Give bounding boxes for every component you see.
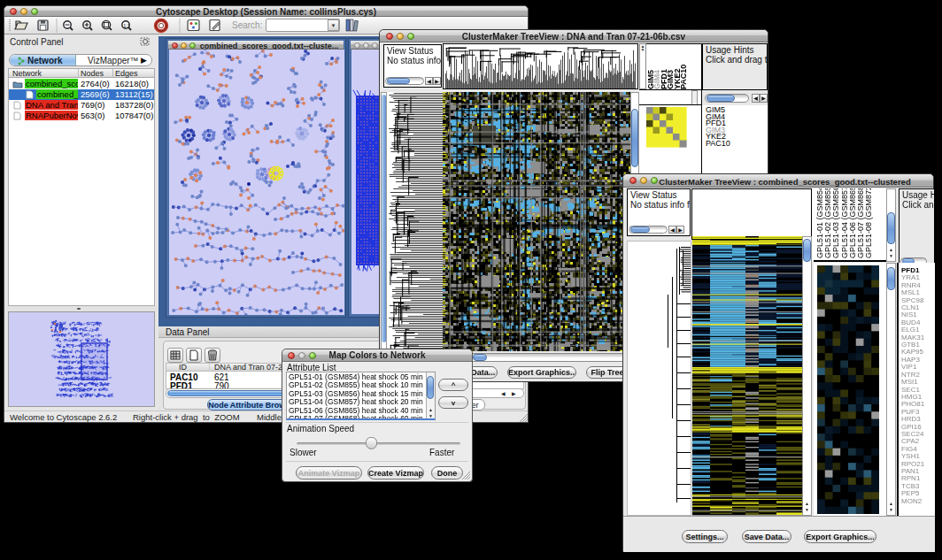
svg-text:1:1: 1:1 [123,23,130,28]
